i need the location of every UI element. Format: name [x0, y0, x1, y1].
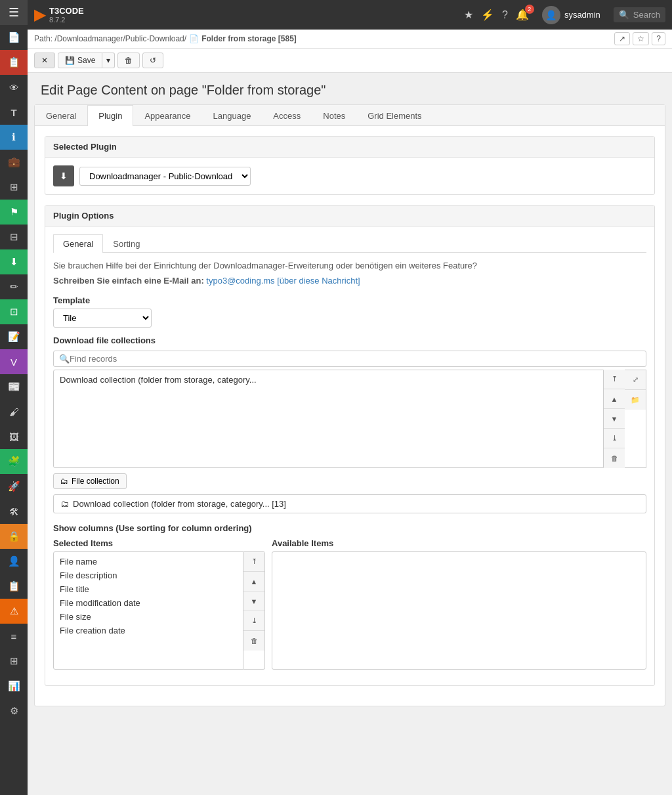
file-collection-label: File collection	[72, 477, 119, 486]
sidebar-alert[interactable]: ⚠	[0, 599, 28, 624]
plugin-select[interactable]: Downloadmanager - Public-Download	[79, 167, 251, 186]
col-move-top-button[interactable]: ⤒	[243, 552, 264, 572]
plugin-icon: ⬇	[53, 165, 74, 186]
history-button[interactable]: ↺	[142, 53, 163, 68]
tab-notes[interactable]: Notes	[312, 105, 356, 126]
plugin-options-section: Plugin Options General Sorting Sie brauc…	[45, 205, 655, 686]
move-to-top-button[interactable]: ⤒	[604, 370, 625, 389]
sidebar-barchart[interactable]: 📊	[0, 674, 28, 698]
col-item-1[interactable]: File description	[56, 569, 240, 582]
sidebar-sliders[interactable]: ⊞	[0, 649, 28, 674]
sidebar-template[interactable]: ⊡	[0, 299, 28, 324]
template-label: Template	[53, 295, 646, 305]
sidebar-lock[interactable]: 🔒	[0, 524, 28, 549]
selected-columns-container: Selected Items File name File descriptio…	[53, 538, 265, 670]
search-magnifier-icon: 🔍	[59, 354, 70, 364]
save-button[interactable]: 💾 Save	[58, 53, 102, 68]
sidebar-flag[interactable]: ⚑	[0, 200, 28, 225]
notification-bell[interactable]: 🔔 2	[516, 9, 529, 21]
sidebar-grid[interactable]: ⊞	[0, 175, 28, 200]
collection-side-buttons: ⤒ ▲ ▼ ⤓ 🗑	[604, 370, 625, 468]
sidebar-menu-lines[interactable]: ≡	[0, 624, 28, 649]
tab-grid-elements[interactable]: Grid Elements	[356, 105, 432, 126]
sidebar-voila[interactable]: V	[0, 349, 28, 374]
search-box[interactable]: 🔍 Search	[614, 7, 665, 22]
collections-search-input[interactable]	[70, 354, 640, 364]
tab-general[interactable]: General	[35, 105, 87, 126]
star-icon[interactable]: ★	[464, 9, 473, 21]
logo-icon: ▶	[34, 7, 45, 24]
sidebar-tools[interactable]: 🛠	[0, 499, 28, 524]
file-collection-button[interactable]: 🗂 File collection	[53, 473, 127, 489]
content-area: Path: /Downloadmanager/Public-Download/ …	[28, 30, 672, 795]
col-item-5[interactable]: File creation date	[56, 624, 240, 637]
breadcrumb-text: Path: /Downloadmanager/Public-Download/	[34, 34, 186, 43]
sidebar-extension[interactable]: 🧩	[0, 449, 28, 474]
template-field-group: Template Tile	[53, 295, 646, 328]
sidebar-info[interactable]: ℹ	[0, 125, 28, 150]
columns-list-container: File name File description File title Fi…	[53, 551, 265, 670]
collection-list-item[interactable]: Download collection (folder from storage…	[56, 373, 600, 387]
move-down-button[interactable]: ▼	[604, 409, 625, 429]
sidebar-form[interactable]: 📋	[0, 574, 28, 599]
collection-result-text: Download collection (folder from storage…	[73, 499, 286, 509]
col-remove-button[interactable]: 🗑	[243, 631, 264, 651]
available-items-label: Available Items	[272, 538, 646, 548]
sidebar-brush[interactable]: 🖌	[0, 399, 28, 424]
main-area: ▶ T3CODE 8.7.2 ★ ⚡ ? 🔔 2 👤 sysadmin 🔍 Se…	[28, 0, 672, 795]
bookmark-button[interactable]: ☆	[633, 32, 649, 45]
tab-plugin[interactable]: Plugin	[87, 105, 133, 126]
tab-appearance[interactable]: Appearance	[133, 105, 201, 126]
folder-collection-button[interactable]: 📁	[625, 390, 646, 410]
info-link[interactable]: typo3@coding.ms [über diese Nachricht]	[206, 276, 360, 286]
columns-layout: Selected Items File name File descriptio…	[53, 538, 646, 670]
sidebar-image[interactable]: 🖼	[0, 424, 28, 449]
move-up-button[interactable]: ▲	[604, 389, 625, 409]
move-to-bottom-button[interactable]: ⤓	[604, 429, 625, 448]
plugin-options-title: Plugin Options	[45, 205, 654, 226]
sidebar-download[interactable]: ⬇	[0, 249, 28, 274]
col-move-bottom-button[interactable]: ⤓	[243, 611, 264, 631]
selected-columns-list: File name File description File title Fi…	[53, 551, 243, 670]
open-external-button[interactable]: ↗	[614, 32, 630, 45]
col-move-up-button[interactable]: ▲	[243, 572, 264, 591]
sidebar-view[interactable]: 👁	[0, 75, 28, 100]
info-link-prefix: Schreiben Sie einfach eine E-Mail an:	[53, 276, 204, 286]
sidebar-hamburger[interactable]: ☰	[0, 0, 28, 25]
close-button[interactable]: ✕	[34, 53, 55, 68]
help-context-button[interactable]: ?	[652, 32, 665, 45]
sidebar-list[interactable]: 📋	[0, 50, 28, 75]
help-icon[interactable]: ?	[502, 9, 508, 21]
inner-tab-sorting[interactable]: Sorting	[103, 234, 150, 253]
col-item-2[interactable]: File title	[56, 582, 240, 596]
sidebar-gear[interactable]: ⚙	[0, 698, 28, 723]
sidebar-rocket[interactable]: 🚀	[0, 474, 28, 499]
col-move-down-button[interactable]: ▼	[243, 591, 264, 611]
col-item-0[interactable]: File name	[56, 555, 240, 569]
col-item-3[interactable]: File modification date	[56, 596, 240, 610]
col-item-4[interactable]: File size	[56, 610, 240, 624]
sidebar-table[interactable]: ⊟	[0, 225, 28, 249]
toolbar: ✕ 💾 Save ▾ 🗑 ↺	[28, 49, 672, 73]
delete-button[interactable]: 🗑	[117, 53, 140, 68]
tab-language[interactable]: Language	[202, 105, 262, 126]
breadcrumb-path: Path: /Downloadmanager/Public-Download/ …	[34, 34, 297, 43]
save-dropdown-button[interactable]: ▾	[102, 53, 115, 68]
lightning-icon[interactable]: ⚡	[481, 9, 494, 21]
template-select[interactable]: Tile	[53, 309, 152, 328]
sidebar-briefcase[interactable]: 💼	[0, 150, 28, 175]
inner-tab-general[interactable]: General	[53, 234, 103, 253]
inner-tab-general-content: Sie brauchen Hilfe bei der Einrichtung d…	[53, 253, 646, 677]
sidebar-edit-pencil[interactable]: ✏	[0, 274, 28, 299]
user-menu[interactable]: 👤 sysadmin	[537, 3, 606, 27]
remove-collection-button[interactable]: 🗑	[604, 448, 625, 468]
tab-access[interactable]: Access	[262, 105, 312, 126]
sidebar-page[interactable]: 📄	[0, 25, 28, 50]
sidebar-file-edit[interactable]: 📝	[0, 324, 28, 349]
sidebar-newspaper[interactable]: 📰	[0, 374, 28, 399]
sidebar-text[interactable]: T	[0, 100, 28, 125]
sidebar-person[interactable]: 👤	[0, 549, 28, 574]
expand-collection-button[interactable]: ⤢	[625, 370, 646, 390]
collections-search-box[interactable]: 🔍	[53, 351, 646, 367]
page-name: Folder from storage [585]	[201, 34, 297, 43]
